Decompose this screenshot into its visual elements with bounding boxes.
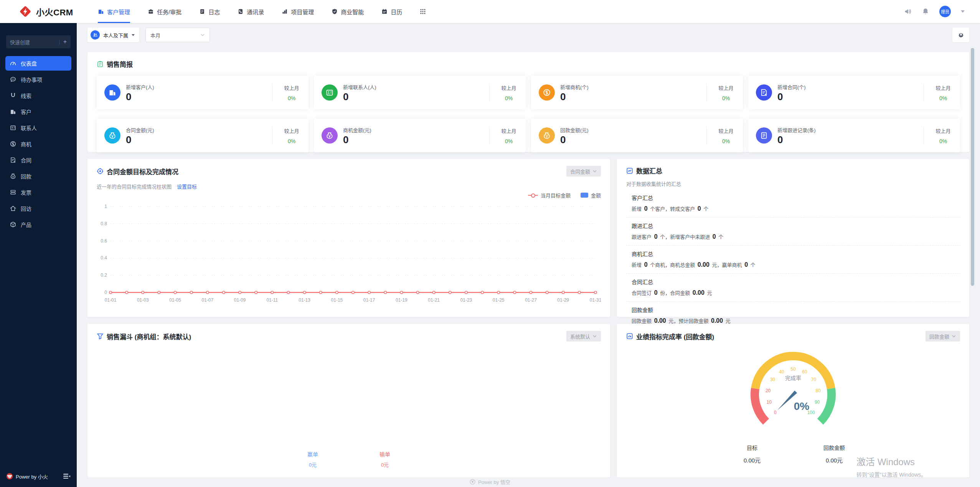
gauge-metric-selector[interactable]: 回款金额 [926, 331, 960, 342]
scrollbar-thumb[interactable] [971, 48, 974, 286]
dollar-icon [539, 84, 555, 101]
scope-filter-button[interactable]: 本人及下属 [87, 28, 139, 42]
scope-filter-value: 本人及下属 [103, 31, 128, 39]
sales-brief-header: 销售简报 [97, 59, 960, 69]
user-avatar[interactable]: 理员 [939, 6, 951, 17]
calendar-icon [381, 8, 388, 15]
wukong-icon [470, 479, 475, 485]
contact-icon [322, 84, 338, 101]
stat-label: 新增合同(个) [777, 83, 924, 91]
funnel-group-selector[interactable]: 系统默认 [566, 331, 601, 342]
page-footer: Power by 悟空 [0, 478, 980, 485]
plus-icon[interactable]: + [63, 38, 67, 45]
tab-calendar[interactable]: 日历 [381, 0, 402, 23]
dashboard-settings-button[interactable] [952, 28, 969, 42]
stat-label: 商机金额(元) [343, 126, 489, 134]
stat-card-receivable-amount: 回款金额(元)0较上月0% [531, 119, 743, 152]
sidebar-item-visits[interactable]: 回访 [5, 201, 71, 216]
contract-target-subtitle: 近一年的合同目标完成情况柱状图 [97, 183, 172, 190]
funnel-win[interactable]: 赢单 0元 [307, 450, 318, 468]
sidebar-item-todo[interactable]: 待办事项 [5, 72, 71, 87]
compare-value: 0% [934, 95, 952, 101]
sidebar-footer-text: Power by 小火 [16, 473, 48, 480]
period-select[interactable]: 本月 [145, 28, 210, 42]
speaker-icon[interactable] [904, 8, 912, 15]
compare-value: 0% [717, 95, 735, 101]
tab-project-management[interactable]: 项目管理 [282, 0, 314, 23]
summary-section-detail: 合同签订 0 份，合同金额 0.00 元 [632, 289, 955, 296]
gauge-chart-icon [626, 333, 633, 340]
svg-text:01-25: 01-25 [493, 297, 505, 303]
bell-icon[interactable] [922, 8, 929, 15]
bag-icon [539, 127, 555, 144]
summary-section-title: 商机汇总 [632, 250, 955, 258]
svg-text:01-13: 01-13 [299, 297, 310, 303]
quick-create-button[interactable]: 快速创建 | + [6, 35, 71, 48]
filter-bar: 本人及下属 本月 [87, 28, 969, 42]
project-icon [282, 8, 288, 15]
sidebar-item-contacts[interactable]: 联系人 [5, 121, 71, 135]
dollar-icon [10, 141, 16, 147]
user-menu-caret-icon[interactable] [961, 10, 965, 13]
scope-caret-icon [132, 34, 135, 36]
set-target-link[interactable]: 设置目标 [177, 183, 197, 190]
stat-label: 回款金额(元) [560, 126, 706, 134]
data-summary-panel: 数据汇总 对于数据收集统计的汇总 客户汇总新增 0 个客户，转成交客户 0 个跟… [617, 159, 969, 317]
sidebar-item-receivables[interactable]: 回款 [5, 169, 71, 183]
gauge-wrap: 0102030405060708090100完成率0% 目标 0.00元 回款金… [626, 345, 960, 464]
sidebar-item-opportunities[interactable]: 商机 [5, 137, 71, 151]
legend-target-amount[interactable]: 当月目标金额 [528, 191, 571, 199]
tab-journal[interactable]: 日志 [199, 0, 220, 23]
stat-value: 0 [343, 92, 489, 102]
line-legend-marker [528, 195, 538, 196]
compare-label: 较上月 [717, 84, 735, 91]
sidebar-item-contracts[interactable]: 合同 [5, 153, 71, 167]
building-icon [98, 8, 104, 15]
summary-section: 跟进汇总跟进客户 0 个，新增客户中未跟进 0 个 [626, 218, 960, 246]
sidebar-item-dashboard[interactable]: 仪表盘 [5, 56, 71, 71]
tab-address-book[interactable]: 通讯录 [238, 0, 264, 23]
svg-text:40: 40 [779, 369, 784, 375]
stat-label: 新增跟进记录(条) [777, 126, 924, 134]
main-content: 本人及下属 本月 销售简报 新增客户(人)0较上月0%新增联系人(人)0较 [77, 23, 980, 487]
building-icon [10, 109, 16, 115]
cube-icon [10, 221, 16, 228]
summary-section-title: 跟进汇总 [632, 222, 955, 229]
sidebar-item-products[interactable]: 产品 [5, 217, 71, 232]
collapse-sidebar-icon[interactable] [63, 473, 71, 479]
chevron-down-icon [200, 33, 205, 37]
sidebar-item-customers[interactable]: 客户 [5, 104, 71, 119]
crm-app: 小火CRM 客户管理任务/审批日志通讯录项目管理商业智能日历 理员 快速创建 |… [0, 0, 980, 487]
svg-text:70: 70 [811, 377, 817, 382]
apps-grid-button[interactable] [420, 0, 426, 23]
contact-icon [10, 125, 16, 131]
svg-text:01-27: 01-27 [525, 297, 537, 303]
bar-legend-marker [581, 193, 588, 198]
svg-text:80: 80 [816, 388, 821, 393]
brand-name: 小火CRM [36, 5, 73, 18]
chevron-down-icon [592, 169, 597, 173]
monkey-logo-icon [6, 473, 13, 480]
contract-target-subtitle-row: 近一年的合同目标完成情况柱状图 设置目标 [97, 183, 601, 190]
sidebar-item-invoices[interactable]: 发票 [5, 185, 71, 200]
contract-amount-selector[interactable]: 合同金额 [566, 166, 601, 177]
svg-text:01-21: 01-21 [428, 297, 440, 303]
brand-logo[interactable]: 小火CRM [18, 5, 82, 18]
tab-business-intelligence[interactable]: 商业智能 [332, 0, 364, 23]
people-icon [91, 30, 100, 40]
sidebar-item-leads[interactable]: 线索 [5, 88, 71, 103]
legend-amount[interactable]: 金额 [581, 191, 601, 199]
tab-tasks-approval[interactable]: 任务/审批 [148, 0, 181, 23]
completion-gauge: 0102030405060708090100完成率0% [728, 345, 858, 443]
summary-section: 客户汇总新增 0 个客户，转成交客户 0 个 [626, 190, 960, 218]
tab-customer-management[interactable]: 客户管理 [98, 0, 130, 23]
clipboard-icon [97, 61, 104, 68]
chart-legend: 当月目标金额 金额 [97, 191, 601, 199]
compare-value: 0% [282, 138, 301, 144]
briefcase-icon [148, 8, 154, 15]
funnel-lose[interactable]: 输单 0元 [379, 450, 390, 468]
svg-text:01-07: 01-07 [201, 297, 213, 303]
compare-label: 较上月 [934, 127, 952, 134]
sales-brief-panel: 销售简报 新增客户(人)0较上月0%新增联系人(人)0较上月0%新增商机(个)0… [87, 52, 969, 152]
svg-text:01-09: 01-09 [234, 297, 246, 303]
